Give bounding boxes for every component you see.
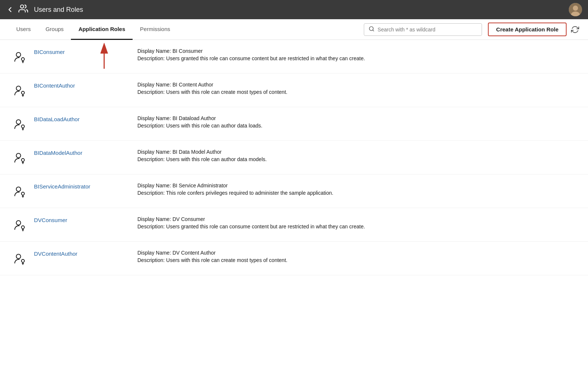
table-row: BIConsumer Display Name: BI Consumer Des…	[0, 40, 588, 74]
svg-point-32	[16, 254, 21, 259]
search-icon	[369, 26, 375, 33]
user-avatar[interactable]	[569, 3, 582, 16]
tab-application-roles[interactable]: Application Roles	[71, 19, 133, 40]
role-info: Display Name: DV Content Author Descript…	[108, 250, 576, 263]
create-application-role-button[interactable]: Create Application Role	[488, 23, 567, 36]
role-display-name: Display Name: BI Consumer	[137, 48, 576, 54]
role-name[interactable]: DVContentAuthor	[34, 250, 108, 257]
role-display-name: Display Name: BI Service Administrator	[137, 183, 576, 188]
role-display-name: Display Name: DV Content Author	[137, 250, 576, 256]
role-description: Description: Users with this role can au…	[137, 123, 576, 129]
table-row: BIDataModelAuthor Display Name: BI Data …	[0, 141, 588, 174]
svg-point-29	[21, 226, 24, 229]
tab-permissions[interactable]: Permissions	[133, 19, 178, 40]
search-box	[364, 23, 482, 36]
back-button[interactable]	[6, 6, 14, 14]
role-display-name: Display Name: BI Data Model Author	[137, 149, 576, 155]
svg-point-17	[21, 125, 24, 128]
role-display-name: Display Name: DV Consumer	[137, 216, 576, 222]
svg-point-9	[21, 58, 24, 61]
role-display-name: Display Name: BI Content Author	[137, 82, 576, 88]
top-bar: Users and Roles	[0, 0, 588, 19]
svg-point-20	[16, 153, 21, 158]
role-icon	[12, 217, 28, 233]
role-list: BIConsumer Display Name: BI Consumer Des…	[0, 40, 588, 275]
svg-point-33	[21, 259, 24, 262]
role-description: Description: Users granted this role can…	[137, 55, 576, 61]
role-description: Description: Users with this role can cr…	[137, 89, 576, 95]
role-name[interactable]: BIDataModelAuthor	[34, 149, 108, 156]
nav-bar: Users Groups Application Roles Permissio…	[0, 19, 588, 40]
arrow-annotation	[100, 43, 109, 69]
svg-point-28	[16, 221, 21, 225]
table-row: DVConsumer Display Name: DV Consumer Des…	[0, 208, 588, 242]
role-info: Display Name: BI Content Author Descript…	[108, 82, 576, 95]
role-description: Description: Users granted this role can…	[137, 224, 576, 229]
svg-point-8	[16, 52, 21, 57]
role-name[interactable]: BIConsumer	[34, 48, 108, 55]
role-icon	[12, 49, 28, 65]
role-icon	[12, 116, 28, 132]
role-info: Display Name: BI Service Administrator D…	[108, 183, 576, 196]
role-description: Description: Users with this role can cr…	[137, 257, 576, 263]
tab-users[interactable]: Users	[9, 19, 38, 40]
role-name[interactable]: BIDataLoadAuthor	[34, 115, 108, 122]
tab-groups[interactable]: Groups	[38, 19, 71, 40]
table-row: BIServiceAdministrator Display Name: BI …	[0, 174, 588, 208]
role-info: Display Name: BI Consumer Description: U…	[108, 48, 576, 61]
role-info: Display Name: BI Dataload Author Descrip…	[108, 115, 576, 129]
role-name[interactable]: DVConsumer	[34, 216, 108, 223]
role-display-name: Display Name: BI Dataload Author	[137, 115, 576, 121]
role-icon	[12, 82, 28, 99]
table-row: DVContentAuthor Display Name: DV Content…	[0, 242, 588, 275]
svg-point-12	[16, 86, 21, 91]
table-row: BIContentAuthor Display Name: BI Content…	[0, 74, 588, 107]
svg-point-24	[16, 187, 21, 191]
users-roles-icon	[18, 4, 28, 16]
page-title: Users and Roles	[34, 6, 83, 14]
svg-point-21	[21, 159, 24, 161]
table-row: BIDataLoadAuthor Display Name: BI Datalo…	[0, 107, 588, 141]
role-description: Description: Users with this role can au…	[137, 156, 576, 162]
svg-line-5	[373, 30, 374, 31]
svg-point-25	[21, 192, 24, 195]
role-info: Display Name: BI Data Model Author Descr…	[108, 149, 576, 162]
role-info: Display Name: DV Consumer Description: U…	[108, 216, 576, 229]
role-icon	[12, 183, 28, 200]
refresh-button[interactable]	[571, 25, 579, 34]
role-name[interactable]: BIContentAuthor	[34, 82, 108, 89]
role-name[interactable]: BIServiceAdministrator	[34, 183, 108, 190]
svg-point-2	[573, 6, 578, 11]
svg-point-16	[16, 120, 21, 124]
role-icon	[12, 150, 28, 166]
content-area: BIConsumer Display Name: BI Consumer Des…	[0, 40, 588, 388]
svg-point-13	[21, 91, 24, 94]
search-input[interactable]	[377, 27, 477, 33]
role-description: Description: This role confers privilege…	[137, 190, 576, 196]
role-icon	[12, 251, 28, 267]
svg-point-0	[20, 5, 24, 8]
